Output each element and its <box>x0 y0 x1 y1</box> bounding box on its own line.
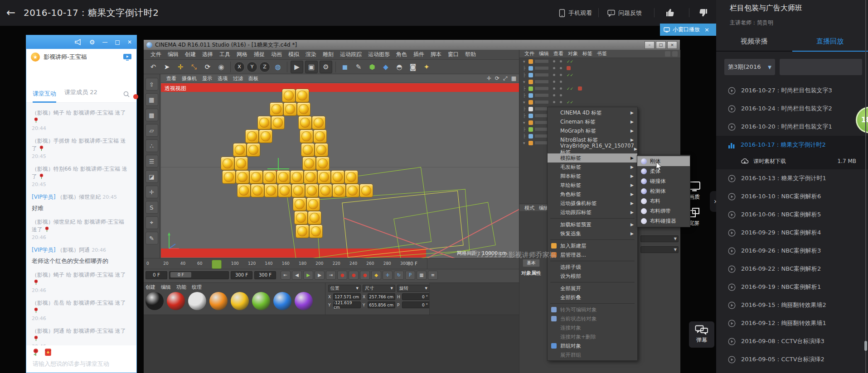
mobile-view-button[interactable]: 手机观看 <box>559 8 592 18</box>
material-menu-创建[interactable]: 创建 <box>145 284 155 291</box>
object-tree-row[interactable]: ▾✓✓ <box>519 58 680 65</box>
coord-value-field[interactable]: -121.619 cm <box>333 301 361 308</box>
c4d-menu-角色[interactable]: 角色 <box>393 50 410 59</box>
submenu-item[interactable]: 碰撞体 <box>637 176 690 186</box>
solver-button[interactable]: ▦ <box>417 271 427 280</box>
context-menu-item[interactable]: 设为根部 <box>548 272 637 281</box>
om-menu-查看[interactable]: 查看 <box>551 50 566 57</box>
next-frame-button[interactable]: ▶ <box>315 271 325 280</box>
episode-item[interactable]: 2016-09-26：NBC案例解析3 <box>716 242 868 260</box>
tab-class-interaction[interactable]: 课堂互动 <box>33 90 56 103</box>
coord-group-header[interactable]: 尺寸▼ <box>363 285 395 292</box>
episode-item[interactable]: 2016-10-06：NBC案例解析5 <box>716 206 868 224</box>
c4d-menu-运动图形[interactable]: 运动图形 <box>365 50 393 59</box>
deformer-icon[interactable]: ◆ <box>380 61 392 73</box>
om-menu-对象[interactable]: 对象 <box>566 50 580 57</box>
environment-icon[interactable]: ◓ <box>393 61 405 73</box>
render-picture-icon[interactable]: ▣ <box>305 61 318 73</box>
context-menu-item[interactable]: 模拟标签▶ <box>548 153 637 163</box>
submenu-item[interactable]: 布料绑带 <box>637 206 690 216</box>
om-menu-文件[interactable]: 文件 <box>522 50 537 57</box>
episode-item[interactable]: 2016-10-24：时尚栏目包装文字2 <box>716 100 868 118</box>
context-menu-item[interactable]: 转为可编辑对象 <box>548 305 637 314</box>
context-menu-item[interactable]: 加入新建层 <box>548 241 637 250</box>
render-view-icon[interactable]: ▶ <box>291 61 303 73</box>
material-swatch[interactable] <box>145 292 164 310</box>
coord-group-header[interactable]: 旋转▼ <box>397 285 430 292</box>
render-settings-icon[interactable]: ⚙ <box>320 61 332 73</box>
context-menu-item[interactable]: 运动跟踪标签▶ <box>548 208 637 217</box>
term-dropdown[interactable]: 第3期(2016▼ <box>724 59 775 75</box>
object-tree-row[interactable]: ├ <box>519 65 680 72</box>
goto-end-button[interactable]: ⇥ <box>326 271 336 280</box>
coord-value-field[interactable]: 127.571 cm <box>333 293 361 300</box>
scrollbar-thumb[interactable] <box>864 341 867 351</box>
material-menu-纹理[interactable]: 纹理 <box>192 284 202 291</box>
c4d-menu-捕捉[interactable]: 捕捉 <box>251 50 268 59</box>
material-swatch[interactable] <box>167 292 185 310</box>
om-menu-标签[interactable]: 标签 <box>580 50 595 57</box>
material-menu-编辑[interactable]: 编辑 <box>161 284 171 291</box>
rotate-tool-icon[interactable]: ⟳ <box>202 61 213 73</box>
object-tree-row[interactable]: ▾✓✓ <box>519 99 680 105</box>
key-position-button[interactable]: ◆ <box>371 271 381 280</box>
record-button[interactable]: ● <box>337 271 347 280</box>
context-menu-item[interactable]: 恢复选集▶ <box>548 229 637 238</box>
episode-item[interactable]: 2016-09-05：CCTV台标演绎2 <box>716 350 868 368</box>
om-filter-icon[interactable] <box>672 51 678 57</box>
c4d-menu-创建[interactable]: 创建 <box>182 50 199 59</box>
danmaku-button[interactable]: 弹幕 <box>689 321 714 348</box>
context-menu-item[interactable]: 连接对象+删除 <box>548 332 637 341</box>
chat-minimize-button[interactable]: — <box>102 39 108 45</box>
camera-icon[interactable]: ◙ <box>407 61 419 73</box>
solo-mode-icon[interactable]: S <box>145 201 158 214</box>
timeline-playhead[interactable] <box>212 260 222 269</box>
c4d-menu-选择[interactable]: 选择 <box>199 50 216 59</box>
submenu-item[interactable]: 布料碰撞器 <box>637 216 690 226</box>
settings-gear-icon[interactable]: ⚙ <box>89 39 95 45</box>
lock-y-icon[interactable]: Y <box>247 62 257 72</box>
attribute-dropdown[interactable]: ▼ <box>640 235 679 242</box>
c4d-menu-插件[interactable]: 插件 <box>410 50 427 59</box>
material-menu-功能[interactable]: 功能 <box>176 284 186 291</box>
c4d-maximize-button[interactable]: □ <box>656 41 666 49</box>
c4d-menu-雕刻[interactable]: 雕刻 <box>320 50 337 59</box>
screen-share-icon[interactable] <box>123 53 132 61</box>
object-tree-row[interactable]: ├✓✓ <box>519 85 680 92</box>
edges-mode-icon[interactable]: ☰ <box>145 155 158 167</box>
om-search-icon[interactable] <box>665 51 670 57</box>
material-swatch[interactable] <box>252 292 270 310</box>
context-menu-item[interactable]: 群组对象 <box>548 341 637 350</box>
scrollbar-track[interactable] <box>865 0 866 373</box>
material-swatch[interactable] <box>231 292 249 310</box>
context-menu-item[interactable]: CINEMA 4D 标签▶ <box>548 108 637 117</box>
coord-value-field[interactable]: 0 ° <box>402 293 430 300</box>
c4d-menu-工具[interactable]: 工具 <box>216 50 233 59</box>
coord-group-header[interactable]: 位置▼ <box>328 285 361 292</box>
red-envelope-icon[interactable] <box>44 348 52 356</box>
scale-tool-icon[interactable]: ⤡ <box>188 61 200 73</box>
range-end-field[interactable]: 300 F <box>231 271 252 279</box>
keyframe-button[interactable]: ● <box>360 271 370 280</box>
tab-class-members[interactable]: 课堂成员 22 <box>64 88 97 100</box>
submenu-item[interactable]: 布料 <box>637 196 690 206</box>
viewport-menu-选项[interactable]: 选项 <box>215 75 230 82</box>
coord-system-icon[interactable]: ◍ <box>272 61 284 73</box>
c4d-menu-帮助[interactable]: 帮助 <box>462 50 479 59</box>
lock-z-icon[interactable]: Z <box>259 62 270 72</box>
material-swatch[interactable] <box>295 292 313 310</box>
context-menu-item[interactable]: 角色标签▶ <box>548 190 637 199</box>
episode-item[interactable]: 2016-10-13：糖果文字倒计时1 <box>716 169 868 187</box>
context-menu-item[interactable]: VrayBridge_R16_V2_150707 标签▶ <box>548 144 637 153</box>
viewport-menu-面板[interactable]: 面板 <box>246 75 261 82</box>
object-tree-row[interactable]: ▾ <box>519 78 680 85</box>
object-tree-row[interactable]: ├ <box>519 92 680 99</box>
rose-gift-icon[interactable] <box>32 348 40 356</box>
add-spline-icon[interactable]: ✎ <box>353 61 364 73</box>
chat-message-list[interactable]: （影视）蝎子 给 影视讲师-王宝福 送了20:44（影视）手抓饼 给 影视讲师-… <box>26 103 136 345</box>
c4d-menu-编辑[interactable]: 编辑 <box>165 50 182 59</box>
c4d-menu-动画[interactable]: 动画 <box>268 50 285 59</box>
om-menu-书签[interactable]: 书签 <box>595 50 609 57</box>
snap-icon[interactable]: ⌖ <box>145 216 158 229</box>
search-input[interactable] <box>780 64 864 71</box>
